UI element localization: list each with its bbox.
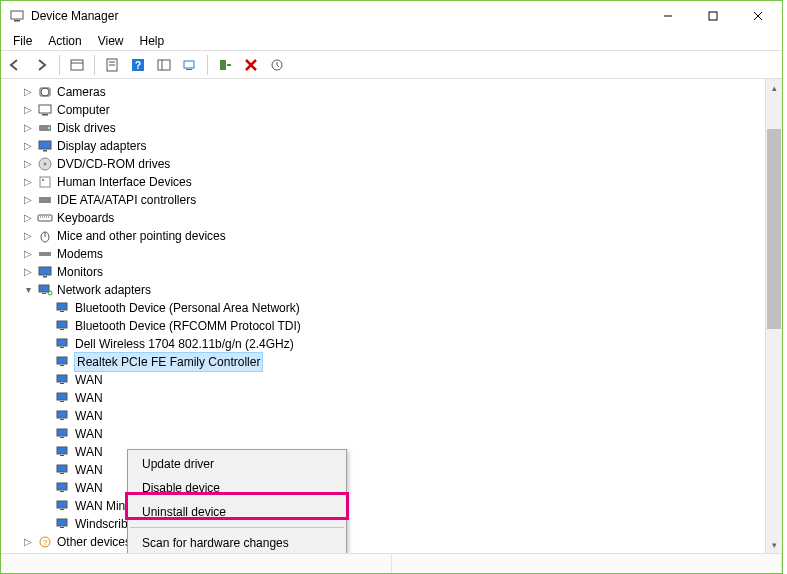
svg-rect-39: [39, 267, 51, 275]
svg-rect-44: [57, 303, 67, 310]
device-tree[interactable]: ▷ Cameras ▷ Computer ▷ Disk drives ▷ Dis…: [5, 83, 762, 549]
category-dvd[interactable]: ▷ DVD/CD-ROM drives: [5, 155, 762, 173]
keyboard-icon: [37, 210, 53, 226]
update-driver-button[interactable]: [266, 54, 288, 76]
menu-file[interactable]: File: [5, 32, 40, 50]
category-network[interactable]: ▾ Network adapters: [5, 281, 762, 299]
enable-button[interactable]: [214, 54, 236, 76]
category-label: Keyboards: [57, 209, 114, 227]
chevron-right-icon[interactable]: ▷: [21, 265, 35, 279]
chevron-right-icon[interactable]: ▷: [21, 193, 35, 207]
device-label: WAN: [75, 425, 103, 443]
menubar: File Action View Help: [1, 31, 782, 51]
device-item[interactable]: Bluetooth Device (Personal Area Network): [5, 299, 762, 317]
category-modems[interactable]: ▷ Modems: [5, 245, 762, 263]
category-other[interactable]: ▷ ? Other devices: [5, 533, 762, 549]
menu-action[interactable]: Action: [40, 32, 89, 50]
category-cameras[interactable]: ▷ Cameras: [5, 83, 762, 101]
device-item[interactable]: WAN: [5, 389, 762, 407]
svg-rect-38: [39, 252, 51, 256]
device-item[interactable]: WAN: [5, 371, 762, 389]
action-button[interactable]: [153, 54, 175, 76]
svg-rect-51: [60, 365, 64, 366]
svg-rect-47: [60, 329, 64, 330]
svg-point-26: [48, 127, 50, 129]
category-display[interactable]: ▷ Display adapters: [5, 137, 762, 155]
device-item-selected[interactable]: Realtek PCIe FE Family Controller: [5, 353, 762, 371]
chevron-right-icon[interactable]: ▷: [21, 247, 35, 261]
svg-rect-61: [60, 455, 64, 456]
device-item[interactable]: WAN: [5, 425, 762, 443]
separator: [94, 55, 95, 75]
properties-button[interactable]: [101, 54, 123, 76]
device-manager-window: Device Manager File Action View Help ? ▷: [0, 0, 783, 574]
hid-icon: [37, 174, 53, 190]
vertical-scrollbar[interactable]: ▴ ▾: [765, 79, 782, 553]
category-label: Monitors: [57, 263, 103, 281]
svg-rect-67: [60, 509, 64, 510]
device-item[interactable]: Windscribe VPN: [5, 515, 762, 533]
context-menu: Update driver Disable device Uninstall d…: [127, 449, 347, 553]
chevron-right-icon[interactable]: ▷: [21, 121, 35, 135]
chevron-right-icon[interactable]: ▷: [21, 175, 35, 189]
network-adapter-icon: [55, 480, 71, 496]
menu-help[interactable]: Help: [132, 32, 173, 50]
status-cell: [1, 554, 392, 573]
scroll-down-icon[interactable]: ▾: [766, 536, 782, 553]
titlebar: Device Manager: [1, 1, 782, 31]
chevron-right-icon[interactable]: ▷: [21, 157, 35, 171]
svg-rect-40: [43, 276, 47, 278]
status-cell: [392, 554, 783, 573]
context-scan-hardware[interactable]: Scan for hardware changes: [128, 531, 346, 553]
category-computer[interactable]: ▷ Computer: [5, 101, 762, 119]
category-hid[interactable]: ▷ Human Interface Devices: [5, 173, 762, 191]
status-bar: [1, 553, 782, 573]
network-adapter-icon: [55, 426, 71, 442]
maximize-button[interactable]: [690, 2, 735, 31]
context-disable-device[interactable]: Disable device: [128, 476, 346, 500]
chevron-down-icon[interactable]: ▾: [21, 283, 35, 297]
svg-rect-16: [186, 69, 192, 70]
menu-view[interactable]: View: [90, 32, 132, 50]
other-icon: ?: [37, 534, 53, 549]
svg-rect-62: [57, 465, 67, 472]
context-update-driver[interactable]: Update driver: [128, 452, 346, 476]
svg-rect-0: [11, 11, 23, 19]
scroll-thumb[interactable]: [767, 129, 781, 329]
disk-icon: [37, 120, 53, 136]
window-title: Device Manager: [31, 9, 645, 23]
show-hide-tree-button[interactable]: [66, 54, 88, 76]
device-item[interactable]: WAN: [5, 461, 762, 479]
scroll-up-icon[interactable]: ▴: [766, 79, 782, 96]
scan-hardware-button[interactable]: [179, 54, 201, 76]
category-label: IDE ATA/ATAPI controllers: [57, 191, 196, 209]
forward-button[interactable]: [31, 54, 53, 76]
chevron-right-icon[interactable]: ▷: [21, 139, 35, 153]
device-item[interactable]: Dell Wireless 1704 802.11b/g/n (2.4GHz): [5, 335, 762, 353]
svg-rect-56: [57, 411, 67, 418]
device-item[interactable]: WAN: [5, 443, 762, 461]
category-monitors[interactable]: ▷ Monitors: [5, 263, 762, 281]
back-button[interactable]: [5, 54, 27, 76]
svg-rect-6: [71, 60, 83, 70]
chevron-right-icon[interactable]: ▷: [21, 103, 35, 117]
chevron-right-icon[interactable]: ▷: [21, 85, 35, 99]
category-disk-drives[interactable]: ▷ Disk drives: [5, 119, 762, 137]
category-ide[interactable]: ▷ IDE ATA/ATAPI controllers: [5, 191, 762, 209]
uninstall-button[interactable]: [240, 54, 262, 76]
category-keyboards[interactable]: ▷ Keyboards: [5, 209, 762, 227]
chevron-right-icon[interactable]: ▷: [21, 211, 35, 225]
network-adapter-icon: [55, 498, 71, 514]
device-item[interactable]: WAN: [5, 407, 762, 425]
device-item[interactable]: WAN Miniport (SSTP): [5, 497, 762, 515]
device-item[interactable]: Bluetooth Device (RFCOMM Protocol TDI): [5, 317, 762, 335]
help-button[interactable]: ?: [127, 54, 149, 76]
minimize-button[interactable]: [645, 2, 690, 31]
chevron-right-icon[interactable]: ▷: [21, 229, 35, 243]
context-uninstall-device[interactable]: Uninstall device: [128, 500, 346, 524]
device-item[interactable]: WAN: [5, 479, 762, 497]
chevron-right-icon[interactable]: ▷: [21, 535, 35, 549]
close-button[interactable]: [735, 2, 780, 31]
svg-rect-64: [57, 483, 67, 490]
category-mice[interactable]: ▷ Mice and other pointing devices: [5, 227, 762, 245]
